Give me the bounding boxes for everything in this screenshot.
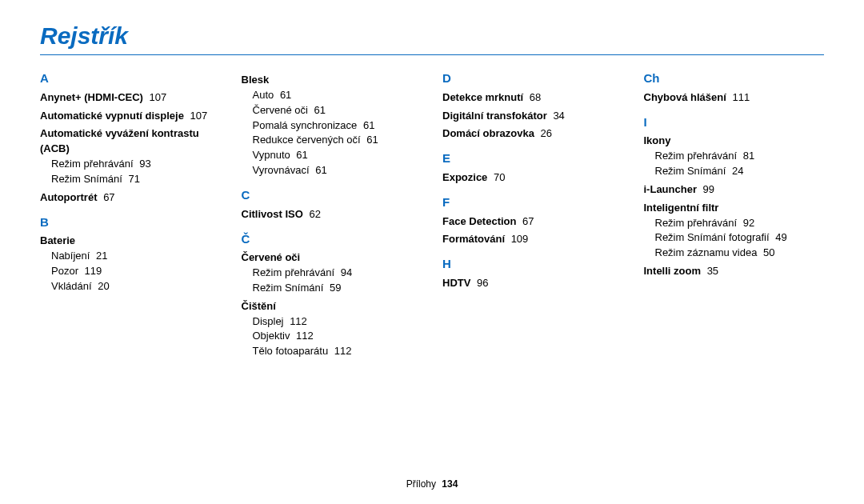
index-entry-page: 112 — [290, 315, 307, 327]
index-entry-label: Chybová hlášení — [644, 91, 726, 103]
index-subentry: Režim Snímání fotografií 49 — [644, 230, 825, 246]
index-entry-page: 59 — [330, 282, 341, 294]
index-entry-label: Inteligentní filtr — [644, 202, 719, 214]
index-letter: D — [442, 70, 623, 87]
index-entry-label: Tělo fotoaparátu — [253, 345, 329, 357]
index-letter: I — [644, 114, 825, 131]
index-entry-label: Pomalá synchronizace — [253, 119, 358, 131]
index-entry-label: Blesk — [242, 74, 270, 86]
index-entry-page: 61 — [296, 149, 307, 161]
index-letter: F — [442, 194, 623, 211]
index-entry: Autoportrét 67 — [40, 190, 221, 206]
index-subentry: Vyrovnávací 61 — [242, 163, 422, 178]
index-subentry: Nabíjení 21 — [40, 249, 221, 264]
index-subentry: Pomalá synchronizace 61 — [242, 118, 422, 134]
index-entry: Citlivost ISO 62 — [242, 207, 422, 222]
index-subentry: Objektiv 112 — [242, 329, 422, 344]
index-entry-page: 62 — [309, 208, 320, 220]
index-entry-label: Face Detection — [442, 215, 516, 227]
index-subentry: Tělo fotoaparátu 112 — [242, 344, 422, 359]
index-subentry: Režim Snímání 24 — [644, 164, 825, 179]
index-entry: i-Launcher 99 — [644, 182, 825, 198]
index-subentry: Režim Snímání 71 — [40, 172, 221, 187]
index-entry-label: Automatické vypnutí displeje — [40, 110, 184, 122]
page-footer: Přílohy 134 — [0, 478, 864, 490]
index-entry-label: Anynet+ (HDMI-CEC) — [40, 91, 143, 103]
index-entry-label: Domácí obrazovka — [442, 127, 534, 139]
index-column: AAnynet+ (HDMI-CEC) 107Automatické vypnu… — [40, 70, 221, 359]
index-entry-page: 92 — [743, 217, 754, 229]
index-entry-label: Autoportrét — [40, 191, 98, 203]
index-entry-page: 61 — [315, 164, 326, 176]
index-subentry: Režim přehrávání 92 — [644, 216, 825, 231]
index-subentry: Vkládání 20 — [40, 279, 221, 294]
index-subentry: Červené oči 61 — [242, 103, 422, 118]
index-entry-page: 61 — [366, 134, 378, 146]
index-entry-label: Expozice — [442, 171, 487, 183]
index-entry-page: 34 — [553, 110, 564, 122]
index-letter-label: Ch — [644, 71, 660, 85]
index-entry-label: Režim přehrávání — [253, 266, 335, 278]
index-entry: Intelli zoom 35 — [644, 264, 825, 279]
title-rule — [40, 54, 824, 55]
index-entry-page: 35 — [707, 265, 718, 277]
index-subentry: Pozor 119 — [40, 264, 221, 279]
index-letter: Ch — [644, 70, 825, 87]
index-entry: Formátování 109 — [442, 232, 623, 247]
index-entry-label: Vyrovnávací — [253, 164, 310, 176]
index-entry-label: Režim přehrávání — [655, 150, 738, 162]
index-entry-page: 61 — [314, 104, 326, 116]
index-letter-label: F — [442, 195, 450, 209]
index-entry-page: 61 — [363, 119, 374, 131]
index-entry-page: 67 — [103, 191, 114, 203]
index-entry-page: 20 — [98, 280, 109, 292]
index-subentry: Režim přehrávání 81 — [644, 149, 825, 164]
index-entry-page: 112 — [334, 345, 352, 357]
index-entry-label: Intelli zoom — [644, 265, 702, 277]
index-entry-page: 112 — [296, 330, 314, 342]
index-entry: Detekce mrknutí 68 — [442, 90, 623, 106]
index-entry: Face Detection 67 — [442, 214, 623, 230]
index-subentry: Režim Snímání 59 — [242, 281, 422, 296]
index-subentry: Režim přehrávání 94 — [242, 266, 422, 281]
index-letter-label: B — [40, 215, 49, 229]
index-letter: C — [242, 186, 422, 204]
index-entry-page: 21 — [96, 250, 107, 262]
index-entry-label: Redukce červených očí — [253, 134, 361, 146]
footer-page-number: 134 — [442, 478, 458, 490]
index-entry-label: Režim přehrávání — [655, 217, 738, 229]
index-subentry: Auto 61 — [242, 88, 422, 103]
index-entry: Digitální transfokátor 34 — [442, 109, 623, 124]
index-entry-label: Citlivost ISO — [242, 208, 303, 220]
index-entry-label: Režim Snímání — [253, 282, 324, 294]
index-entry: Expozice 70 — [442, 170, 623, 186]
index-entry: Čištění — [242, 299, 422, 314]
index-letter-label: Č — [242, 232, 250, 246]
index-letter-label: I — [644, 115, 647, 129]
index-entry-label: Formátování — [442, 233, 505, 245]
index-entry: Červené oči — [242, 250, 422, 266]
index-entry-page: 81 — [743, 150, 754, 162]
index-entry-label: Automatické vyvážení kontrastu (ACB) — [40, 127, 199, 154]
index-entry-label: Režim záznamu videa — [655, 246, 758, 258]
index-letter: H — [442, 255, 623, 273]
index-entry: Anynet+ (HDMI-CEC) 107 — [40, 90, 221, 106]
index-entry-page: 99 — [703, 183, 714, 195]
index-entry: Automatické vypnutí displeje 107 — [40, 109, 221, 124]
index-entry-label: Displej — [253, 315, 284, 327]
index-entry-page: 49 — [775, 231, 786, 243]
index-entry-label: Digitální transfokátor — [442, 110, 547, 122]
index-entry-page: 111 — [732, 91, 750, 103]
index-column: ChChybová hlášení 111IIkonyRežim přehráv… — [644, 70, 825, 359]
index-letter-label: E — [442, 151, 450, 165]
index-entry-page: 68 — [530, 91, 541, 103]
index-entry-label: Detekce mrknutí — [442, 91, 523, 103]
index-entry-label: Ikony — [644, 134, 671, 146]
index-letter-label: A — [40, 71, 49, 85]
page: Rejstřík AAnynet+ (HDMI-CEC) 107Automati… — [0, 0, 864, 504]
index-entry-label: Auto — [253, 89, 274, 101]
index-subentry: Vypnuto 61 — [242, 148, 422, 163]
index-entry: Domácí obrazovka 26 — [442, 126, 623, 142]
index-entry-page: 107 — [150, 91, 167, 103]
index-entry-label: Režim přehrávání — [51, 158, 134, 170]
